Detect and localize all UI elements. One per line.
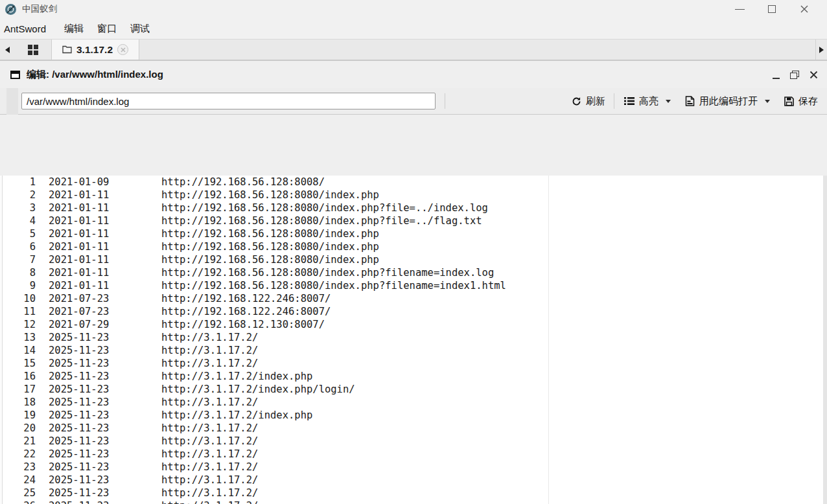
- tab-home[interactable]: [14, 40, 51, 60]
- maximize-button[interactable]: [756, 0, 788, 18]
- maximize-icon: [768, 5, 776, 13]
- menu-edit[interactable]: 编辑: [60, 23, 87, 35]
- close-button[interactable]: [788, 0, 821, 18]
- line-number: 5: [0, 227, 40, 240]
- line-date: 2025-11-23: [40, 474, 161, 487]
- menu-debug[interactable]: 调试: [126, 23, 154, 35]
- line-date: 2025-11-23: [40, 422, 161, 435]
- line-date: 2025-11-23: [40, 499, 161, 504]
- log-line[interactable]: 25 2025-11-23 http://3.1.17.2/: [0, 487, 827, 499]
- line-date: 2021-01-09: [40, 176, 161, 189]
- line-number: 1: [0, 176, 40, 189]
- tab-label: 3.1.17.2: [76, 44, 113, 56]
- line-date: 2021-01-11: [40, 240, 161, 253]
- tab-scroll-left-button[interactable]: [0, 40, 14, 60]
- line-number: 3: [0, 201, 40, 214]
- log-line[interactable]: 9 2021-01-11 http://192.168.56.128:8080/…: [0, 279, 827, 292]
- line-date: 2025-11-23: [40, 487, 161, 499]
- line-date: 2025-11-23: [40, 396, 161, 409]
- log-line[interactable]: 6 2021-01-11 http://192.168.56.128:8080/…: [0, 240, 827, 253]
- log-line[interactable]: 14 2025-11-23 http://3.1.17.2/: [0, 344, 827, 357]
- log-line[interactable]: 26 2025-11-23 http://3.1.17.2/: [0, 499, 827, 504]
- editor-restore-button[interactable]: [790, 70, 799, 79]
- save-icon: [784, 97, 794, 106]
- refresh-button[interactable]: 刷新: [565, 88, 612, 115]
- line-number: 6: [0, 240, 40, 253]
- line-date: 2021-01-11: [40, 214, 161, 227]
- tab-close-button[interactable]: [117, 44, 128, 55]
- log-line[interactable]: 4 2021-01-11 http://192.168.56.128:8080/…: [0, 214, 827, 227]
- line-date: 2025-11-23: [40, 448, 161, 461]
- chevron-left-icon: [5, 47, 10, 53]
- log-line[interactable]: 20 2025-11-23 http://3.1.17.2/: [0, 422, 827, 435]
- file-path-input[interactable]: [21, 93, 436, 109]
- restore-icon: [790, 71, 799, 79]
- line-date: 2021-01-11: [40, 253, 161, 266]
- line-url: http://3.1.17.2/: [161, 474, 258, 487]
- line-url: http://3.1.17.2/: [161, 357, 258, 370]
- log-line[interactable]: 18 2025-11-23 http://3.1.17.2/: [0, 396, 827, 409]
- open-with-encoding-button[interactable]: 用此编码打开: [678, 88, 777, 115]
- log-line[interactable]: 1 2021-01-09 http://192.168.56.128:8008/: [0, 176, 827, 189]
- line-number: 19: [0, 409, 40, 422]
- line-date: 2025-11-23: [40, 331, 161, 344]
- log-line[interactable]: 11 2021-07-23 http://192.168.122.246:800…: [0, 305, 827, 318]
- window-icon: [10, 71, 20, 79]
- log-line[interactable]: 16 2025-11-23 http://3.1.17.2/index.php: [0, 370, 827, 383]
- line-number: 15: [0, 357, 40, 370]
- line-url: http://3.1.17.2/: [161, 422, 258, 435]
- log-line[interactable]: 3 2021-01-11 http://192.168.56.128:8080/…: [0, 201, 827, 214]
- save-button[interactable]: 保存: [777, 88, 818, 115]
- line-number: 8: [0, 266, 40, 279]
- log-line[interactable]: 13 2025-11-23 http://3.1.17.2/: [0, 331, 827, 344]
- line-url: http://3.1.17.2/: [161, 435, 258, 448]
- grid-icon: [28, 45, 38, 55]
- line-number: 13: [0, 331, 40, 344]
- editor-minimize-button[interactable]: [773, 70, 780, 79]
- minimize-button[interactable]: [723, 0, 756, 18]
- menu-window[interactable]: 窗口: [93, 23, 121, 35]
- minimize-icon: [735, 9, 745, 10]
- log-line[interactable]: 21 2025-11-23 http://3.1.17.2/: [0, 435, 827, 448]
- log-rows: 1 2021-01-09 http://192.168.56.128:8008/…: [0, 176, 827, 504]
- vertical-scrollbar[interactable]: [823, 176, 827, 504]
- line-date: 2021-07-29: [40, 318, 161, 331]
- line-url: http://192.168.12.130:8007/: [161, 318, 325, 331]
- editor-close-button[interactable]: [810, 70, 818, 79]
- line-url: http://192.168.56.128:8008/: [161, 176, 325, 189]
- tab-scroll-right-button[interactable]: [815, 40, 827, 60]
- line-url: http://3.1.17.2/: [161, 344, 258, 357]
- highlight-button[interactable]: 高亮: [617, 88, 678, 115]
- line-date: 2025-11-23: [40, 357, 161, 370]
- tab-shell-3-1-17-2[interactable]: 3.1.17.2: [51, 40, 139, 60]
- log-line[interactable]: 10 2021-07-23 http://192.168.122.246:800…: [0, 292, 827, 305]
- log-line[interactable]: 5 2021-01-11 http://192.168.56.128:8080/…: [0, 227, 827, 240]
- line-number: 16: [0, 370, 40, 383]
- line-number: 26: [0, 499, 40, 504]
- app-titlebar: 中国蚁剑: [0, 0, 827, 18]
- caret-down-icon: [666, 100, 671, 103]
- log-line[interactable]: 7 2021-01-11 http://192.168.56.128:8080/…: [0, 253, 827, 266]
- folder-icon: [62, 45, 72, 54]
- log-line[interactable]: 8 2021-01-11 http://192.168.56.128:8080/…: [0, 266, 827, 279]
- menu-antsword[interactable]: AntSword: [4, 23, 50, 34]
- log-line[interactable]: 12 2021-07-29 http://192.168.12.130:8007…: [0, 318, 827, 331]
- window-controls: [723, 0, 827, 18]
- editor-titlebar: 编辑: /var/www/html/index.log: [0, 61, 827, 88]
- log-line[interactable]: 23 2025-11-23 http://3.1.17.2/: [0, 461, 827, 474]
- line-url: http://3.1.17.2/index.php/login/: [161, 383, 355, 396]
- log-line[interactable]: 17 2025-11-23 http://3.1.17.2/index.php/…: [0, 383, 827, 396]
- code-editor-area[interactable]: 1 2021-01-09 http://192.168.56.128:8008/…: [0, 176, 827, 504]
- line-number: 11: [0, 305, 40, 318]
- line-number: 12: [0, 318, 40, 331]
- log-line[interactable]: 22 2025-11-23 http://3.1.17.2/: [0, 448, 827, 461]
- log-line[interactable]: 19 2025-11-23 http://3.1.17.2/index.php: [0, 409, 827, 422]
- open-with-encoding-label: 用此编码打开: [699, 95, 758, 108]
- log-line[interactable]: 24 2025-11-23 http://3.1.17.2/: [0, 474, 827, 487]
- close-icon: [800, 5, 809, 14]
- line-url: http://192.168.56.128:8080/index.php?fil…: [161, 266, 494, 279]
- log-line[interactable]: 2 2021-01-11 http://192.168.56.128:8080/…: [0, 189, 827, 201]
- line-date: 2021-01-11: [40, 201, 161, 214]
- line-date: 2021-07-23: [40, 292, 161, 305]
- log-line[interactable]: 15 2025-11-23 http://3.1.17.2/: [0, 357, 827, 370]
